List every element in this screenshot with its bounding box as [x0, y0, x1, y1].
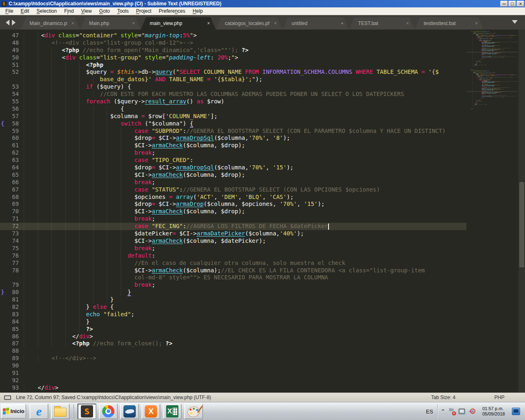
code-line-85[interactable]: 85?> — [0, 326, 466, 333]
network-warning-icon[interactable] — [459, 409, 465, 414]
show-desktop-icon[interactable] — [512, 408, 520, 415]
code-line-55[interactable]: 55foreach ($query->result_array() as $ro… — [0, 98, 466, 105]
mysql-workbench-taskbar-button[interactable] — [120, 404, 139, 419]
code-line-58[interactable]: {58switch ("$columna") { — [0, 120, 466, 128]
tab-close-icon[interactable]: × — [274, 21, 277, 26]
sublime-text-taskbar-button[interactable]: S — [78, 404, 96, 419]
code-line-62[interactable]: 62break; — [0, 149, 466, 157]
code-editor[interactable]: 47<div class="container" style="margin-t… — [0, 30, 525, 393]
tab-scroll-right-icon[interactable] — [12, 20, 16, 25]
tab-test-bat[interactable]: TEST.bat× — [349, 17, 415, 30]
code-area[interactable]: 47<div class="container" style="margin-t… — [466, 31, 518, 70]
code-line-53[interactable]: 53if ($query) { — [0, 83, 466, 91]
code-line-93[interactable]: 93</div> — [0, 384, 466, 392]
code-line-64[interactable]: 64$drop= $CI->armaDropSql($columna,'70%'… — [0, 164, 466, 171]
code-line-84[interactable]: 84} — [0, 318, 466, 326]
menu-item-find[interactable]: Find — [60, 7, 77, 15]
tab-close-icon[interactable]: × — [132, 21, 135, 26]
xampp-taskbar-button[interactable]: X — [142, 404, 160, 419]
code-area[interactable]: 47<div class="container" style="margin-t… — [466, 71, 518, 110]
code-line-65[interactable]: 65$CI->armaCheck($columna, $drop); — [0, 171, 466, 179]
code-line-92[interactable]: 92 — [0, 377, 466, 384]
code-line-70[interactable]: 70$CI->armaCheck($columna, $drop); — [0, 208, 466, 215]
code-line-91[interactable]: 91 — [0, 370, 466, 377]
code-line-69[interactable]: 69$drop= $CI->armaDrop($columna, $opcion… — [0, 201, 466, 208]
menu-item-selection[interactable]: Selection — [33, 7, 60, 15]
vertical-scrollbar[interactable] — [518, 30, 525, 393]
menu-item-project[interactable]: Project — [132, 7, 155, 15]
code-line-80[interactable]: }80} — [0, 289, 466, 296]
code-line-49[interactable]: 49<?php //echo form_open("Main_dinamico"… — [0, 47, 466, 54]
tab-overflow-icon[interactable] — [512, 20, 518, 24]
code-line-61[interactable]: 61$CI->armaCheck($columna, $drop); — [0, 142, 466, 149]
tab-catalogos_locales-php[interactable]: catalogos_locales.php× — [216, 17, 283, 30]
code-line-57[interactable]: 57$columna = $row['COLUMN_NAME']; — [0, 113, 466, 120]
tab-close-icon[interactable]: × — [71, 21, 74, 26]
code-line-wrap[interactable]: col-md-8" style=""> ES NECESARIO PARA MO… — [0, 274, 466, 281]
excel-taskbar-button[interactable]: X — [163, 404, 182, 419]
menu-item-file[interactable]: File — [2, 7, 17, 15]
code-line-76[interactable]: 76default: — [0, 252, 466, 260]
console-icon[interactable] — [4, 395, 11, 400]
code-line-63[interactable]: 63case "TIPO_CRED": — [0, 157, 466, 164]
code-line-86[interactable]: 86</div> — [0, 333, 466, 340]
code-line-81[interactable]: 81} — [0, 296, 466, 304]
code-line-88[interactable]: 88 — [0, 347, 466, 355]
language-indicator[interactable]: ES — [422, 409, 437, 415]
status-tab-size[interactable]: Tab Size: 4 — [431, 395, 455, 400]
code-line-56[interactable]: 56{ — [0, 105, 466, 113]
scrollbar-thumb[interactable] — [519, 182, 524, 267]
tab-main_dinamico-php[interactable]: Main_dinamico.php× — [21, 17, 80, 30]
tab-untitled[interactable]: untitled● — [283, 17, 349, 30]
code-line-52[interactable]: 52$query = $this->db->query("SELECT COLU… — [0, 68, 466, 76]
code-line-77[interactable]: 77//En el caso de cualquier otra columna… — [0, 260, 466, 267]
tab-modified-dot-icon[interactable]: ● — [341, 21, 343, 25]
tab-main_view-php[interactable]: main_view.php× — [141, 17, 216, 30]
tab-scroll-left-icon[interactable] — [6, 20, 9, 25]
code-line-50[interactable]: 50<div class="list-group" style="padding… — [0, 54, 466, 62]
volume-muted-icon[interactable] — [469, 408, 475, 415]
code-line-wrap[interactable]: base_de_datos}' AND TABLE_NAME = '{$tabl… — [0, 76, 466, 83]
code-line-89[interactable]: 89<!--</div>--> — [0, 355, 466, 362]
minimize-icon[interactable]: — — [500, 1, 508, 7]
menu-item-help[interactable]: Help — [189, 7, 207, 15]
menu-item-goto[interactable]: Goto — [96, 7, 114, 15]
chrome-taskbar-button[interactable] — [99, 404, 118, 419]
code-line-68[interactable]: 68$opciones = array('ACT', 'DEM', 'BLQ',… — [0, 194, 466, 201]
code-line-51[interactable]: 51<?php — [0, 62, 466, 69]
paint-taskbar-button[interactable] — [184, 404, 203, 419]
close-icon[interactable]: × — [517, 1, 524, 7]
code-line-78[interactable]: 78$CI->armaCheck($columna);//EL CHECK ES… — [0, 267, 466, 274]
maximize-icon[interactable]: □ — [509, 1, 516, 7]
code-line-87[interactable]: 87<?php //echo form_close(); ?> — [0, 340, 466, 347]
code-line-66[interactable]: 66break; — [0, 179, 466, 186]
menu-item-edit[interactable]: Edit — [17, 7, 33, 15]
code-line-73[interactable]: 73$datePicker= $CI->armaDatePicker($colu… — [0, 230, 466, 237]
code-line-71[interactable]: 71break; — [0, 215, 466, 223]
menu-item-preferences[interactable]: Preferences — [155, 7, 189, 15]
folder-taskbar-button[interactable] — [51, 404, 70, 419]
code-line-72[interactable]: 72case "FEC_ING"://AGREGA LOS FILTROS DE… — [0, 223, 466, 230]
code-line-90[interactable]: 90 — [0, 362, 466, 370]
code-line-48[interactable]: 48<!--<div class="list-group col-md-12">… — [0, 39, 466, 47]
tab-close-icon[interactable]: × — [207, 21, 210, 26]
internet-explorer-taskbar-button[interactable]: e — [30, 404, 48, 419]
menu-item-tools[interactable]: Tools — [114, 7, 132, 15]
code-line-54[interactable]: 54//CON ESTE FOR EACH MUESTRO LAS COLUMN… — [0, 91, 466, 98]
code-area[interactable]: 47<div class="container" style="margin-t… — [0, 32, 466, 392]
tab-close-icon[interactable]: × — [406, 21, 409, 26]
code-line-59[interactable]: 59case "SUBPROD"://GENERA EL BOOTSTRAP S… — [0, 128, 466, 135]
hidden-icons-chevron[interactable]: ^ — [441, 409, 445, 413]
tab-close-icon[interactable]: × — [475, 21, 478, 26]
menu-item-view[interactable]: View — [78, 7, 96, 15]
code-line-83[interactable]: 83echo "failed"; — [0, 311, 466, 318]
start-button[interactable]: Inicio — [1, 404, 26, 419]
code-line-82[interactable]: 82} else { — [0, 304, 466, 311]
status-syntax[interactable]: PHP — [494, 395, 504, 400]
code-line-74[interactable]: 74$CI->armaCheck($columna, $datePicker); — [0, 237, 466, 245]
code-line-67[interactable]: 67case "STATUS"://GENERA EL BOOTSTRAP SE… — [0, 186, 466, 194]
code-line-47[interactable]: 47<div class="container" style="margin-t… — [0, 32, 466, 39]
tab-testtesttest-bat[interactable]: testtesttest.bat× — [415, 17, 484, 30]
minimap[interactable]: 47<div class="container" style="margin-t… — [466, 31, 518, 390]
code-line-79[interactable]: 79break; — [0, 281, 466, 289]
